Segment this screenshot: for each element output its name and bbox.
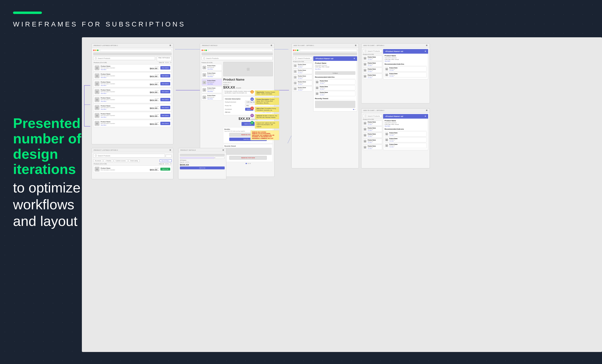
cart-product-row: ▦ Product Name Brief descrip... View Mor…	[293, 80, 312, 86]
view-options-btn[interactable]: View Options	[160, 98, 170, 101]
sidebar-product-row: ▦ Product Name Brief descrip... View Mor…	[202, 86, 222, 93]
search-bar-details[interactable]: Search Products	[202, 56, 273, 60]
product-thumb: ▦	[95, 113, 99, 118]
cart-product-row: ▦ Product Name Brief descrip... View Mor…	[293, 74, 312, 80]
annotation-text-a: Opportunity: Combine Product Detail + Ad…	[255, 90, 279, 96]
tab-all-products[interactable]: All products	[93, 159, 103, 162]
panel-add-to-cart-1: ADD TO CART - OPTION 1 ⊞ Search Products	[291, 43, 359, 168]
view-options-btn[interactable]: View Options	[160, 122, 170, 125]
annotation-c: C Add to Cart: Pricing/Bulk Pricing Calc…	[250, 107, 279, 112]
annotation-text-d: Optional: Bundles or Add-ons, You May Al…	[255, 114, 279, 120]
tab-simplicity[interactable]: + Simplicity	[104, 159, 113, 162]
accent-bar	[13, 11, 42, 14]
product-info: Product Name Brief description of produc…	[101, 73, 149, 78]
cart-product-header: <Product Name> ad ✕	[313, 56, 357, 61]
search-bar-2[interactable]: Search Products	[93, 154, 165, 157]
recommended-row: ▦ Product Name Brief descrip... View Mor…	[315, 91, 355, 96]
filter-icon[interactable]	[166, 155, 172, 157]
product-thumb: ▦	[95, 65, 99, 70]
annotation-text-c: Add to Cart: Pricing/Bulk Pricing Calcul…	[255, 107, 279, 112]
nav-bar-2	[202, 52, 273, 55]
cart-layout: Search Products Products (10 of 100) ▦ P…	[293, 56, 357, 112]
panel-body-cart-1: Search Products Products (10 of 100) ▦ P…	[292, 48, 359, 113]
filter-btn-1[interactable]: Filter: All Products	[157, 56, 172, 61]
panel-header-cart-3: ADD TO CART – OPTION 3 ⊞	[361, 108, 430, 113]
search-bar-cart[interactable]: Search Products	[293, 56, 312, 60]
panel-header-1: PRODUCT LISTINGS OPTION 1 ⊞	[92, 43, 173, 48]
annotation-warning: REMOVE SELF HOSTED REMOVE CALCULATOR MOD…	[250, 130, 279, 141]
product-info: Product Name Brief description of produc…	[101, 81, 149, 86]
search-icon	[95, 57, 97, 59]
chrome-max	[97, 50, 98, 51]
recommended-row: ▦ Product Name Brief descrip... View Mor…	[315, 85, 355, 91]
annotation-e: E Support Link / options (live chat, sup…	[250, 121, 279, 128]
product-info: Product Name Brief description of produc…	[101, 113, 149, 118]
view-all-filters-btn[interactable]: View All Filters ↑	[160, 159, 172, 162]
product-price: Starting at $XX.XX/mo	[150, 90, 159, 94]
product-info: Product Name Brief description of produc…	[101, 89, 149, 94]
panel-header-bottom-mid: PRODUCT DETAILS ⊞	[178, 148, 226, 152]
product-price: Starting at $XX.XX/mo	[150, 66, 159, 70]
product-thumb: ▦	[95, 105, 99, 110]
sidebar-product-row: ▦ Product Name Brief descrip... View Mor…	[202, 64, 222, 71]
cart-left-list: Search Products Products (10 of 100) ▦ P…	[293, 56, 312, 112]
product-sku: Product SKU #	[223, 82, 273, 83]
annotation-icon-c: C	[250, 107, 254, 110]
product-price: Starting at $XX.XX/mo	[150, 122, 159, 125]
panel-body-1: Search Products Filter: All Products Pro…	[92, 48, 173, 129]
product-price-2: Starting at $XX.XX/mo	[150, 167, 159, 171]
chrome-min	[95, 50, 97, 51]
product-info: Product Name Brief description of produc…	[101, 105, 149, 110]
search-icon-2	[203, 57, 205, 59]
cart-detail-body: Product Name Subscription Summary 5,000 …	[313, 61, 357, 112]
annotation-icon-e: E	[250, 121, 254, 124]
product-info: Product Name Brief description of produc…	[101, 65, 149, 70]
annotation-icon-d: D	[250, 114, 254, 117]
view-options-btn[interactable]: View Options	[160, 66, 170, 70]
products-header-1: Products (10 of 100) View 10 1 2 3 ... 4	[93, 62, 172, 63]
panel-product-listings-2: PRODUCT LISTINGS OPTION 2 ⊞ Search Produ…	[92, 148, 173, 179]
browser-chrome-2	[202, 49, 273, 52]
product-price: Starting at $XX.XX/mo	[150, 74, 159, 78]
view-options-btn[interactable]: View Options	[160, 90, 170, 93]
product-thumb: ▦	[95, 73, 99, 78]
cart2-product-row: ▦ Product Name Brief descrip... View Mor…	[363, 74, 382, 79]
annotation-b: B Product Description: Product Name, SKU…	[250, 97, 279, 105]
browser-chrome	[93, 49, 172, 52]
remove-recently-viewed-btn[interactable]: REMOVE FOR NOW	[229, 156, 267, 160]
recommended-row: ▦ Product Name Brief descrip... View Mor…	[315, 79, 355, 85]
recently-viewed-cart	[315, 101, 355, 108]
search-bar-cart-3[interactable]: Search Products	[363, 114, 382, 118]
bottom-add-to-cart[interactable]: Add to Cart	[180, 166, 225, 169]
search-bar-cart-2[interactable]: Search Products	[363, 49, 382, 53]
tab-customer-success[interactable]: Customer success+	[114, 159, 128, 162]
view-options-btn[interactable]: View Options	[160, 82, 170, 85]
product-row: ▦ Product Name Brief description of prod…	[93, 112, 172, 119]
product-price-large: $XX.XX /month	[223, 85, 273, 89]
view-options-btn[interactable]: View Options	[160, 106, 170, 109]
panel-title-2: PRODUCT LISTINGS OPTION 2	[94, 149, 118, 151]
cart3-product-row: ▦ Product Name Brief descrip... View Mor…	[363, 139, 382, 144]
search-row: Search Products Filter: All Products	[93, 56, 172, 61]
view-options-btn[interactable]: View Options	[160, 114, 170, 117]
product-thumb: ▦	[95, 89, 99, 94]
cart-product-row: ▦ Product Name Brief descrip... View Mor…	[293, 86, 312, 91]
search-bar-1[interactable]: Search Products	[93, 56, 155, 60]
product-row: ▦ Product Name Brief description of prod…	[93, 72, 172, 79]
annotation-text-b: Product Description: Product Name, SKU #…	[255, 97, 279, 105]
recently-viewed-placeholder	[225, 148, 272, 155]
tab-global[interactable]: Global catalog	[129, 159, 140, 162]
view-options-btn[interactable]: View Options	[160, 74, 170, 77]
browser-chrome-3	[293, 49, 357, 52]
sidebar-product-row-active: ▦ Product Name Brief descrip... View Mor…	[202, 79, 222, 86]
address-bar	[100, 49, 172, 52]
cart3-product-row: ▦ Product Name Brief descrip... View Mor…	[363, 126, 382, 132]
product-row-2: ▦ Product Name Brief description of prod…	[93, 166, 172, 173]
panel-header-2: PRODUCT LISTINGS OPTION 2 ⊞	[92, 148, 173, 152]
panel-body-bottom-mid: 10 Products View 10 1 2 3 4... $XXX.XX A…	[178, 152, 226, 171]
sidebar-product-row: ▦ Product Name Brief descrip... View Mor…	[202, 72, 222, 78]
product-price: Starting at $XX.XX/mo	[150, 114, 159, 117]
cart-pagination	[315, 109, 355, 110]
add-to-cart-btn-2[interactable]: Add to Cart	[160, 168, 170, 171]
cart3-product-row: ▦ Product Name Brief descrip... View Mor…	[363, 121, 382, 126]
